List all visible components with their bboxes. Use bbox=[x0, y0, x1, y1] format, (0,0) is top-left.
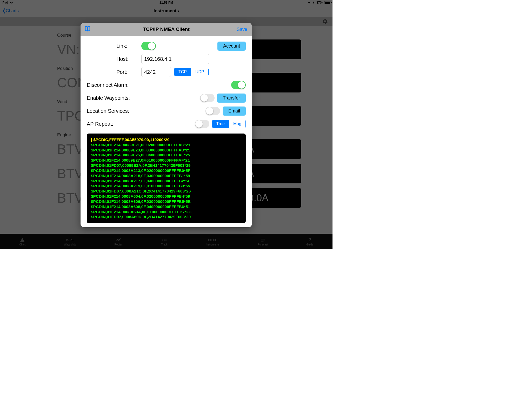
modal-title: TCP/IP NMEA Client bbox=[143, 26, 189, 32]
location-services-label: Location Services: bbox=[87, 108, 205, 114]
protocol-udp[interactable]: UDP bbox=[191, 68, 208, 76]
port-input[interactable] bbox=[141, 67, 171, 77]
enable-waypoints-switch[interactable] bbox=[200, 94, 215, 102]
terminal-line: $PCDIN,01F214,0008A608,0F,0400000000FFFF… bbox=[91, 204, 242, 209]
email-button[interactable]: Email bbox=[223, 107, 246, 116]
terminal-line: $PCDIN,01F214,0008A60A,0F,0100000000FFFF… bbox=[91, 209, 242, 215]
terminal-line: $PCDIN,01F214,0008A219,0F,0100000000FFFF… bbox=[91, 183, 242, 189]
nmea-terminal: [ $PCDIC,FFFFFF,00A55979,00,110200*29$PC… bbox=[87, 134, 246, 223]
terminal-line: $PCDIN,01F214,0008A604,0F,0200000000FFFF… bbox=[91, 194, 242, 199]
protocol-tcp[interactable]: TCP bbox=[174, 68, 191, 76]
terminal-line: $PCDIN,01F214,00089E21,0F,0200000000FFFF… bbox=[91, 142, 242, 148]
port-label: Port: bbox=[87, 69, 141, 75]
transfer-button[interactable]: Transfer bbox=[217, 94, 246, 103]
location-services-switch[interactable] bbox=[205, 107, 220, 115]
terminal-line: [ $PCDIC,FFFFFF,00A55979,00,110200*29 bbox=[91, 137, 242, 142]
terminal-line: $PCDIN,01F214,0008A215,0F,0300000000FFFF… bbox=[91, 173, 242, 178]
heading-true[interactable]: True bbox=[212, 120, 229, 128]
nmea-client-modal: TCP/IP NMEA Client Save Link: Account Ho… bbox=[81, 23, 252, 227]
disconnect-alarm-switch[interactable] bbox=[231, 81, 246, 89]
heading-mag[interactable]: Mag bbox=[229, 120, 245, 128]
modal-header: TCP/IP NMEA Client Save bbox=[81, 23, 252, 36]
terminal-line: $PCDIN,01FD07,00089E2A,0F,2B4141770429F6… bbox=[91, 163, 242, 168]
terminal-line: $PCDIN,01FD07,0008A21C,0F,2C4141770429F6… bbox=[91, 189, 242, 194]
host-input[interactable] bbox=[141, 54, 209, 64]
terminal-line: $PCDIN,01F214,00089E25,0F,0400000000FFFF… bbox=[91, 152, 242, 158]
book-icon bbox=[84, 25, 91, 32]
link-label: Link: bbox=[87, 43, 141, 49]
protocol-segment: TCP UDP bbox=[174, 68, 209, 76]
terminal-line: $PCDIN,01F214,00089E27,0F,0100000000FFFF… bbox=[91, 158, 242, 163]
terminal-line: $PCDIN,01F214,0008A217,0F,0400000000FFFF… bbox=[91, 178, 242, 184]
host-label: Host: bbox=[87, 56, 141, 62]
disconnect-alarm-label: Disconnect Alarm: bbox=[87, 82, 231, 88]
heading-segment: True Mag bbox=[212, 120, 246, 128]
save-button[interactable]: Save bbox=[237, 27, 247, 32]
ap-repeat-switch[interactable] bbox=[195, 120, 209, 128]
account-button[interactable]: Account bbox=[217, 42, 246, 51]
terminal-line: $PCDIN,01F214,0008A213,0F,0200000000FFFF… bbox=[91, 168, 242, 173]
enable-waypoints-label: Enable Waypoints: bbox=[87, 95, 200, 101]
ap-repeat-label: AP Repeat: bbox=[87, 121, 195, 127]
terminal-line: $PCDIN,01F214,0008A606,0F,0300000000FFFF… bbox=[91, 199, 242, 204]
terminal-line: $PCDIN,01FD07,0008A60D,0F,2D4142770429F6… bbox=[91, 214, 242, 220]
help-bookmark-button[interactable] bbox=[84, 25, 91, 33]
terminal-line: $PCDIN,01F214,00089E23,0F,0300000000FFFF… bbox=[91, 148, 242, 153]
link-switch[interactable] bbox=[141, 42, 156, 50]
